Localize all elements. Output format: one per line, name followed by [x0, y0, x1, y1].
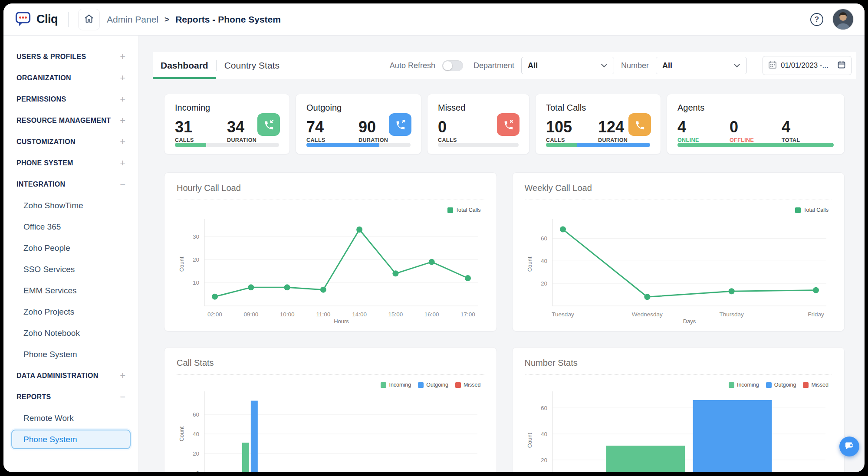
expand-icon[interactable]: + — [120, 371, 125, 381]
metric-value: 90 — [358, 118, 390, 136]
department-label: Department — [473, 61, 514, 70]
sidebar-section-label: CUSTOMIZATION — [16, 138, 120, 146]
legend-label: Outgoing — [774, 382, 796, 388]
avatar[interactable] — [833, 9, 853, 30]
number-label: Number — [621, 61, 649, 70]
expand-icon[interactable]: + — [120, 137, 125, 147]
stat-card-incoming: Incoming31CALLS34DURATION — [164, 94, 290, 154]
chat-fab-button[interactable] — [839, 437, 859, 456]
metric-label: ONLINE — [677, 137, 709, 143]
sidebar-nav: USERS & PROFILES+ORGANIZATION+PERMISSION… — [3, 46, 138, 449]
sidebar-section-label: USERS & PROFILES — [16, 53, 120, 61]
sidebar-section-label: ORGANIZATION — [16, 74, 120, 82]
sidebar-section-reports[interactable]: REPORTS− — [3, 386, 138, 407]
metric-value: 4 — [782, 118, 813, 136]
chart-title: Call Stats — [177, 358, 484, 368]
sidebar-item-integration-office-365[interactable]: Office 365 — [3, 216, 138, 237]
progress-bar — [438, 143, 519, 147]
svg-text:11:00: 11:00 — [316, 311, 330, 318]
home-button[interactable] — [78, 9, 100, 30]
chart-legend: Total Calls — [525, 206, 829, 214]
progress-bar — [677, 143, 834, 147]
chat-bubble-icon — [844, 440, 855, 453]
legend-item-missed: Missed — [455, 381, 481, 389]
auto-refresh-label: Auto Refresh — [390, 61, 435, 70]
svg-text:10: 10 — [193, 279, 199, 286]
metric-total: 4TOTAL — [782, 118, 813, 143]
expand-icon[interactable]: + — [120, 158, 125, 168]
sidebar-section-users-profiles[interactable]: USERS & PROFILES+ — [3, 46, 138, 67]
svg-text:15:00: 15:00 — [388, 311, 403, 318]
expand-icon[interactable]: + — [120, 95, 125, 104]
sidebar-section-customization[interactable]: CUSTOMIZATION+ — [3, 131, 138, 152]
sidebar-item-integration-sso-services[interactable]: SSO Services — [3, 259, 138, 280]
sidebar-item-integration-zoho-people[interactable]: Zoho People — [3, 237, 138, 259]
help-button[interactable]: ? — [810, 13, 823, 26]
stat-card-title: Incoming — [175, 103, 279, 113]
svg-text:0: 0 — [196, 470, 199, 473]
weekly-call-load-chart: 204060TuesdayWednesdayThursdayFridayCoun… — [525, 214, 832, 328]
sidebar-section-phone-system[interactable]: PHONE SYSTEM+ — [3, 152, 138, 174]
collapse-icon[interactable]: − — [120, 180, 125, 189]
sidebar-item-integration-zoho-notebook[interactable]: Zoho Notebook — [3, 322, 138, 344]
tab-country-stats[interactable]: Country Stats — [217, 52, 287, 79]
breadcrumb: Admin Panel > Reports - Phone System — [107, 14, 281, 25]
stat-card-missed: Missed0CALLS — [427, 94, 529, 154]
stat-card-title: Outgoing — [306, 103, 411, 113]
sidebar-section-label: PHONE SYSTEM — [16, 159, 120, 167]
legend-label: Incoming — [389, 382, 411, 388]
date-range-picker[interactable]: 01/01/2023 -... — [763, 56, 852, 75]
sidebar-item-reports-remote-work[interactable]: Remote Work — [3, 407, 138, 429]
chart-legend: Total Calls — [177, 206, 481, 214]
divider — [525, 200, 832, 200]
legend-swatch — [447, 207, 453, 213]
sidebar-section-data-administration[interactable]: DATA ADMINISTRATION+ — [3, 365, 138, 386]
sidebar-section-resource-management[interactable]: RESOURCE MANAGEMENT+ — [3, 110, 138, 131]
stat-card-total-calls: Total Calls105CALLS124DURATION — [535, 94, 661, 154]
legend-item-total-calls: Total Calls — [795, 206, 829, 214]
breadcrumb-admin-panel[interactable]: Admin Panel — [107, 14, 158, 25]
progress-bar — [306, 143, 411, 147]
sidebar-section-integration[interactable]: INTEGRATION− — [3, 174, 138, 195]
legend-item-missed: Missed — [803, 381, 829, 389]
metric-duration: 90DURATION — [358, 118, 390, 143]
sidebar-item-integration-zoho-showtime[interactable]: Zoho ShowTime — [3, 195, 138, 216]
sidebar-item-integration-zoho-projects[interactable]: Zoho Projects — [3, 301, 138, 322]
tab-country-stats-label: Country Stats — [224, 60, 279, 71]
main-content: Dashboard Country Stats Auto Refresh Dep… — [139, 36, 865, 472]
expand-icon[interactable]: + — [120, 52, 125, 62]
sidebar-item-reports-phone-system[interactable]: Phone System — [11, 430, 131, 449]
collapse-icon[interactable]: − — [120, 392, 125, 402]
tab-dashboard[interactable]: Dashboard — [153, 52, 216, 79]
divider — [177, 374, 484, 375]
number-stats-chart: 204060Count — [525, 389, 832, 472]
legend-swatch — [766, 382, 772, 388]
svg-text:20: 20 — [193, 450, 199, 457]
stat-card-title: Total Calls — [546, 103, 650, 113]
legend-label: Missed — [811, 382, 829, 388]
svg-text:Count: Count — [178, 256, 185, 272]
svg-text:09:00: 09:00 — [243, 311, 258, 318]
svg-text:Count: Count — [178, 426, 185, 441]
svg-text:14:00: 14:00 — [352, 311, 367, 318]
chart-title: Weekly Call Load — [525, 183, 832, 193]
sidebar-section-permissions[interactable]: PERMISSIONS+ — [3, 89, 138, 110]
legend-item-incoming: Incoming — [729, 381, 759, 389]
stat-card-title: Missed — [438, 103, 519, 113]
svg-text:Thursday: Thursday — [719, 311, 744, 318]
department-select[interactable]: All — [521, 57, 614, 74]
sidebar-item-integration-emm-services[interactable]: EMM Services — [3, 280, 138, 301]
svg-text:60: 60 — [540, 235, 547, 242]
svg-text:Tuesday: Tuesday — [552, 311, 574, 318]
sidebar-section-label: PERMISSIONS — [16, 95, 120, 103]
sidebar-item-integration-phone-system[interactable]: Phone System — [3, 344, 138, 365]
number-select[interactable]: All — [656, 57, 747, 74]
svg-text:02:00: 02:00 — [207, 311, 222, 318]
sidebar-section-organization[interactable]: ORGANIZATION+ — [3, 67, 138, 89]
expand-icon[interactable]: + — [120, 73, 125, 83]
svg-text:Count: Count — [526, 433, 533, 448]
auto-refresh-toggle[interactable] — [442, 60, 463, 71]
question-mark-icon: ? — [815, 15, 819, 24]
expand-icon[interactable]: + — [120, 116, 125, 125]
metric-value: 0 — [730, 118, 761, 136]
